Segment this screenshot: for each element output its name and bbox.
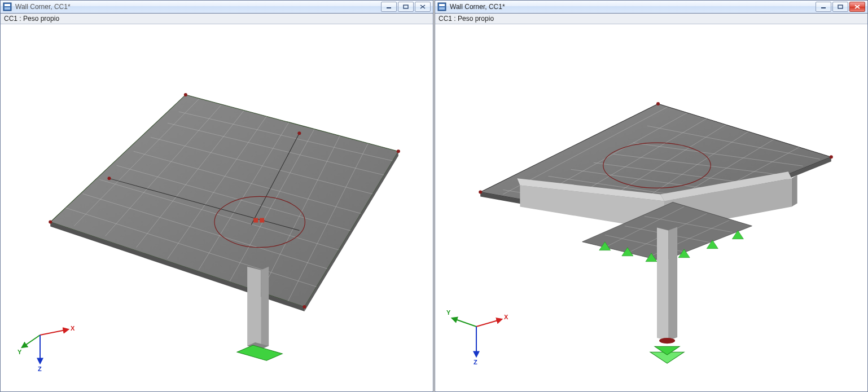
support-pad [237, 345, 282, 360]
column [657, 227, 677, 341]
svg-rect-1 [5, 4, 10, 6]
svg-rect-42 [838, 5, 843, 8]
svg-rect-4 [404, 5, 408, 8]
svg-point-82 [656, 102, 660, 105]
svg-rect-40 [439, 7, 445, 10]
window-buttons-left [381, 2, 431, 12]
subheader-text: CC1 : Peso propio [4, 15, 59, 23]
maximize-button[interactable] [398, 2, 414, 12]
load-case-label: CC1 : Peso propio [1, 14, 433, 24]
svg-point-84 [479, 190, 482, 193]
minimize-button[interactable] [381, 2, 397, 12]
window-title: Wall Corner, CC1* [450, 3, 816, 11]
window-title: Wall Corner, CC1* [15, 3, 381, 11]
svg-marker-32 [247, 267, 261, 349]
svg-marker-78 [657, 228, 668, 341]
load-case-label: CC1 : Peso propio [435, 14, 867, 24]
svg-rect-3 [387, 7, 391, 8]
svg-point-27 [397, 149, 400, 153]
svg-point-31 [297, 131, 301, 135]
titlebar-right[interactable]: Wall Corner, CC1* [435, 1, 867, 14]
window-left: Wall Corner, CC1* CC1 : Peso propio [0, 0, 433, 392]
model-view-left [1, 24, 433, 391]
column-support [650, 346, 684, 363]
svg-rect-2 [5, 7, 10, 10]
svg-marker-79 [668, 227, 677, 341]
svg-rect-25 [260, 218, 264, 223]
column [247, 267, 269, 349]
minimize-button[interactable] [816, 2, 831, 12]
model-view-right [435, 24, 867, 391]
app-icon [437, 2, 446, 11]
column-base-node [659, 338, 675, 343]
svg-point-83 [830, 155, 833, 158]
subheader-text: CC1 : Peso propio [439, 15, 494, 23]
svg-rect-24 [253, 218, 258, 223]
maximize-button[interactable] [832, 2, 848, 12]
svg-point-29 [49, 221, 52, 224]
close-button[interactable] [849, 2, 865, 12]
app-icon [3, 2, 12, 11]
svg-marker-33 [261, 267, 269, 349]
svg-point-26 [184, 93, 187, 96]
svg-rect-41 [821, 7, 826, 8]
slab-surface [50, 95, 398, 307]
workspace: Wall Corner, CC1* CC1 : Peso propio [0, 0, 868, 392]
svg-point-28 [303, 305, 306, 309]
viewport-right[interactable]: X Y Z [435, 24, 867, 391]
svg-rect-39 [439, 4, 445, 6]
close-button[interactable] [415, 2, 431, 12]
window-buttons-right [816, 2, 865, 12]
titlebar-left[interactable]: Wall Corner, CC1* [1, 1, 433, 14]
viewport-left[interactable]: X Y Z [1, 24, 433, 391]
svg-point-30 [107, 177, 111, 180]
svg-marker-65 [792, 175, 797, 206]
window-right: Wall Corner, CC1* CC1 : Peso propio [435, 0, 868, 392]
